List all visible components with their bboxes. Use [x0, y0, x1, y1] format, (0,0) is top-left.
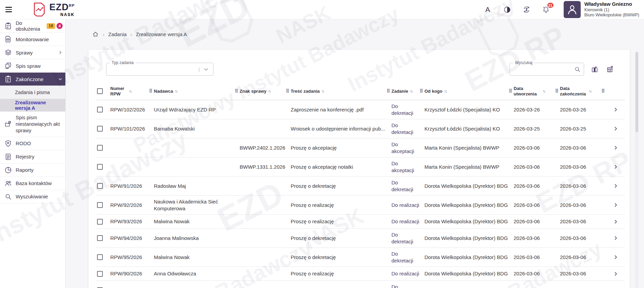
sort-icon[interactable]: ↑↓ — [129, 89, 131, 93]
row-checkbox[interactable] — [97, 235, 103, 241]
cell-data-utworzenia: 2026-03-06 — [514, 268, 560, 280]
font-size-button[interactable]: A — [483, 4, 493, 15]
sidebar-item-label: Zrealizowane wersja A — [15, 100, 63, 111]
sidebar-item-raporty[interactable]: Raporty — [0, 164, 65, 177]
select-all-checkbox[interactable] — [97, 88, 103, 94]
drag-handle-icon[interactable]: ⠿ — [509, 88, 512, 94]
cell-znak-sprawy: BWWP.2402.1.2026 — [240, 142, 291, 154]
breadcrumb-separator: › — [103, 31, 104, 37]
column-header-data-utworzenia[interactable]: Data utworzenia ↑↓ ⠿ — [514, 86, 560, 96]
cell-od-kogo: Krzysztof Łódzki (Specjalista) KO — [424, 104, 514, 116]
cell-zadanie: Do dekretacji — [391, 119, 424, 138]
sidebar-item-wyszukiwanie[interactable]: Wyszukiwanie — [0, 190, 65, 203]
search-icon[interactable] — [574, 65, 581, 73]
row-checkbox[interactable] — [97, 164, 103, 170]
table-row[interactable]: RPW/101/2026 Barnaba Kowalski Wniosek o … — [96, 119, 625, 138]
home-icon[interactable] — [92, 30, 99, 38]
drag-handle-icon[interactable]: ⠿ — [420, 88, 423, 94]
breadcrumb-zadania[interactable]: Zadania — [108, 31, 127, 37]
row-open-chevron-icon[interactable] — [613, 126, 618, 132]
sort-icon[interactable]: ↑↓ — [589, 89, 591, 93]
table-row[interactable]: RPW/102/2026 Urząd Wdrażający EZD RP Zap… — [96, 100, 625, 119]
table-row[interactable]: RPW/89/2026 Joanna Malinowska Proszę o d… — [96, 281, 625, 288]
sidebar-subitem-zadania-i-pisma[interactable]: Zadania i pisma — [0, 86, 65, 99]
table-row[interactable]: RPW/95/2026 Malwina Nowak Proszę o dekre… — [96, 248, 625, 267]
row-checkbox[interactable] — [97, 254, 103, 260]
row-checkbox[interactable] — [97, 271, 103, 277]
row-open-chevron-icon[interactable] — [613, 164, 618, 170]
cell-numer-rpw: RPW/95/2026 — [110, 251, 154, 263]
row-checkbox[interactable] — [97, 107, 103, 112]
row-checkbox[interactable] — [97, 126, 103, 132]
drag-handle-icon[interactable]: ⠿ — [286, 88, 289, 94]
cell-znak-sprawy: BWWP.1331.1.2026 — [240, 161, 291, 173]
row-checkbox[interactable] — [97, 202, 103, 208]
row-checkbox[interactable] — [97, 219, 103, 225]
cell-numer-rpw — [110, 145, 154, 151]
table-row[interactable]: RPW/91/2026 Radosław Maj Proszę o dekret… — [96, 177, 625, 196]
table-row[interactable]: RPW/92/2026 Naukowa i Akademicka Sieć Ko… — [96, 196, 625, 215]
table-row[interactable]: RPW/93/2026 Malwina Nowak Proszę o reali… — [96, 215, 625, 229]
drag-handle-icon[interactable]: ⠿ — [555, 88, 559, 94]
session-timer-button[interactable] — [521, 4, 532, 15]
row-open-chevron-icon[interactable] — [613, 107, 618, 112]
sidebar-item-rejestry[interactable]: Rejestry — [0, 150, 65, 164]
sort-icon[interactable]: ↑↓ — [444, 89, 447, 93]
svg-text:R: R — [7, 141, 10, 145]
user-menu[interactable]: Władysław Gniezno Kierownik (1) Biuro Wi… — [564, 1, 639, 18]
table-row[interactable]: RPW/94/2026 Joanna Malinowska Proszę o d… — [96, 229, 625, 248]
table-row[interactable]: RPW/90/2026 Anna Odwoławcza Proszę o rea… — [96, 267, 625, 281]
cell-zadanie: Do dekretacji — [391, 229, 424, 247]
column-header-numer-rpw[interactable]: Numer RPW ↑↓ ⠿ — [110, 86, 154, 96]
sidebar-item-do-obsluzenia[interactable]: Do obsłużenia 19 4 — [0, 19, 65, 33]
row-checkbox[interactable] — [97, 145, 103, 151]
column-header-od-kogo[interactable]: Od kogo ↑↓ ⠿ — [424, 88, 514, 94]
export-table-button[interactable] — [605, 64, 615, 74]
notifications-button[interactable]: 21 — [541, 4, 551, 15]
table-row[interactable]: BWWP.1331.1.2026 Proszę o akceptację not… — [96, 157, 625, 177]
scrollbar-thumb[interactable] — [635, 52, 638, 132]
sort-icon[interactable]: ↑↓ — [321, 89, 324, 93]
drag-handle-icon[interactable]: ⠿ — [235, 88, 238, 94]
column-settings-button[interactable] — [590, 64, 599, 74]
hamburger-menu-icon[interactable] — [5, 4, 16, 15]
cell-od-kogo: Dorota Wielkopolska (Dyrektor) BDG — [424, 199, 514, 211]
column-header-tresc-zadania[interactable]: Treść zadania ↑↓ ⠿ — [291, 88, 391, 94]
row-open-chevron-icon[interactable] — [613, 271, 618, 277]
cell-od-kogo: Dorota Wielkopolska (Dyrektor) BDG — [424, 268, 514, 280]
sort-icon[interactable]: ↑↓ — [410, 89, 412, 93]
drag-handle-icon[interactable]: ⠿ — [601, 88, 605, 94]
row-open-chevron-icon[interactable] — [613, 202, 618, 208]
row-open-chevron-icon[interactable] — [613, 254, 618, 260]
row-checkbox[interactable] — [97, 183, 103, 189]
column-header-znak-sprawy[interactable]: Znak sprawy ↑↓ ⠿ — [240, 88, 291, 94]
sidebar-item-monitorowanie[interactable]: Monitorowanie — [0, 33, 65, 46]
sidebar-subitem-spis-pism[interactable]: Spis pism niestanowiących akt sprawy — [0, 112, 65, 137]
sidebar-item-spis-spraw[interactable]: Spis spraw — [0, 59, 65, 73]
sidebar-subitem-zrealizowane-wersja-a[interactable]: Zrealizowane wersja A — [0, 99, 65, 112]
column-header-nadawca[interactable]: Nadawca ↑↓ ⠿ — [154, 88, 240, 94]
cell-znak-sprawy — [240, 219, 291, 224]
row-open-chevron-icon[interactable] — [613, 219, 618, 225]
column-header-zadanie[interactable]: Zadanie ↑↓ ⠿ — [391, 88, 424, 94]
task-type-select[interactable]: Typ zadania | — [106, 63, 213, 76]
row-open-chevron-icon[interactable] — [613, 235, 618, 241]
vertical-scrollbar[interactable] — [635, 51, 639, 288]
cell-od-kogo: Krzysztof Łódzki (Specjalista) KO — [424, 123, 514, 135]
row-open-chevron-icon[interactable] — [613, 145, 618, 151]
sidebar-item-zakonczone[interactable]: Zakończone — [0, 73, 65, 86]
contrast-button[interactable] — [502, 4, 512, 15]
table-row[interactable]: BWWP.2402.1.2026 Proszę o akceptację Do … — [96, 138, 625, 157]
sidebar-item-baza-kontaktow[interactable]: Baza kontaktów — [0, 177, 65, 190]
drag-handle-icon[interactable]: ⠿ — [387, 88, 390, 94]
row-open-chevron-icon[interactable] — [613, 183, 618, 189]
sort-icon[interactable]: ↑↓ — [175, 89, 177, 93]
sidebar-item-sprawy[interactable]: Sprawy — [0, 46, 65, 59]
cell-tresc-zadania: Proszę o dekretację — [291, 232, 391, 244]
sidebar-item-rodo[interactable]: R RODO — [0, 137, 65, 150]
cell-od-kogo: Marta Konin (Specjalista) BWWP — [424, 161, 514, 173]
drag-handle-icon[interactable]: ⠿ — [149, 88, 152, 94]
column-header-data-zakonczenia[interactable]: Data zakończenia ↑↓ ⠿ — [560, 86, 606, 96]
sort-icon[interactable]: ↑↓ — [543, 89, 545, 93]
sort-icon[interactable]: ↑↓ — [268, 89, 271, 93]
